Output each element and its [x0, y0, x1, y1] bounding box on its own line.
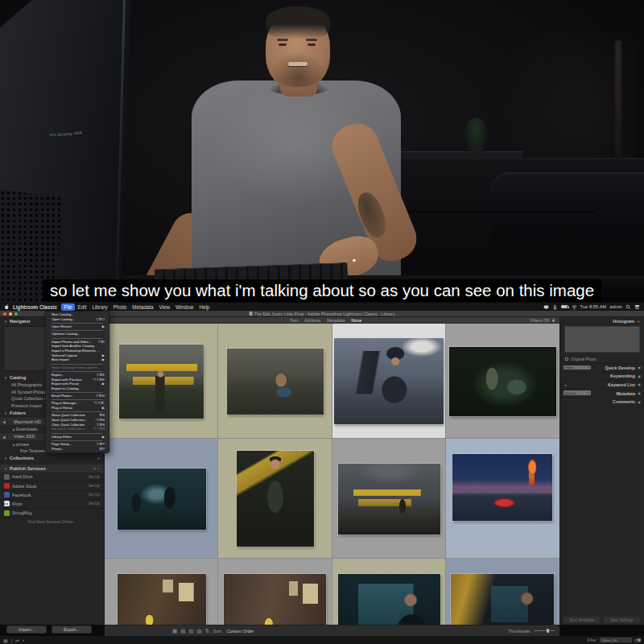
collections-header[interactable]: ▼ Collections +: [0, 454, 104, 462]
file-menu-item[interactable]: Plug-in Manager... ⌥⇧⌘,: [46, 402, 109, 407]
file-menu-item[interactable]: Open Catalog... ⇧⌘O: [46, 317, 109, 322]
loupe-view-icon[interactable]: ▤: [180, 628, 185, 634]
panel-preset-pill[interactable]: Default▾: [564, 390, 591, 395]
publish-services-header[interactable]: ▼ Publish Services + −: [0, 464, 104, 473]
menubar-menu[interactable]: View: [156, 303, 173, 311]
publish-service-setup[interactable]: Set Up: [89, 484, 100, 488]
photo-thumbnail[interactable]: [338, 574, 440, 625]
panel-section-header[interactable]: ▾ Comments ◀: [560, 397, 644, 406]
checkbox-icon[interactable]: [565, 357, 568, 361]
panel-section-header[interactable]: ▾ + Keyword List ◀: [560, 380, 644, 389]
app-name[interactable]: Lightroom Classic: [13, 304, 57, 310]
menubar-menu[interactable]: Edit: [75, 303, 89, 311]
export-button[interactable]: Export...: [52, 625, 92, 634]
grid-cell[interactable]: [332, 324, 446, 439]
painter-icon[interactable]: ⇅: [205, 628, 209, 634]
grid-cell[interactable]: [446, 439, 559, 559]
file-menu-item[interactable]: Tethered Capture ▶: [46, 353, 109, 358]
file-menu-item[interactable]: Import Develop Profiles and Presets...: [46, 365, 109, 370]
menubar-clock[interactable]: Tue 8:55 AM: [580, 304, 607, 309]
grid-cell[interactable]: [105, 559, 218, 625]
survey-view-icon[interactable]: ▧: [196, 628, 201, 634]
control-center-icon[interactable]: [634, 304, 640, 310]
filter-preset[interactable]: Filters Off: [530, 318, 555, 323]
photo-thumbnail[interactable]: [119, 345, 204, 419]
file-menu-item[interactable]: [52, 323, 103, 324]
filter-option[interactable]: None: [351, 318, 361, 323]
file-menu-item[interactable]: Import a Photoshop Elements Catalog...: [46, 349, 109, 353]
add-collection-icon[interactable]: +: [97, 456, 100, 460]
grid-cell[interactable]: [218, 439, 332, 559]
filter-toggle-switch[interactable]: [634, 638, 641, 642]
file-menu-item[interactable]: [52, 338, 103, 339]
close-window-button[interactable]: [3, 312, 6, 316]
main-window-icon[interactable]: ▦: [3, 638, 8, 643]
wifi-icon[interactable]: [572, 304, 577, 310]
file-menu-item[interactable]: [52, 440, 103, 441]
panel-section-header[interactable]: Default▾ Metadata ◀: [560, 389, 644, 398]
photo-thumbnail[interactable]: [224, 574, 326, 625]
photo-thumbnail[interactable]: [451, 574, 554, 625]
grid-cell[interactable]: [105, 324, 218, 439]
spotlight-search-icon[interactable]: [625, 304, 631, 310]
photo-thumbnail[interactable]: [338, 464, 440, 535]
panel-plus-icon[interactable]: +: [564, 382, 567, 387]
file-menu-item[interactable]: [52, 411, 103, 412]
file-menu-item[interactable]: Export as Catalog...: [46, 386, 109, 391]
file-menu-item[interactable]: Import Photos and Video... ⇧⌘I: [46, 340, 109, 345]
file-menu-item[interactable]: Auto Import ▶: [46, 358, 109, 363]
thumbnail-size-slider[interactable]: [534, 630, 555, 631]
photo-thumbnail[interactable]: [237, 451, 314, 547]
file-menu-item[interactable]: [52, 399, 103, 400]
menubar-menu[interactable]: Metadata: [130, 303, 156, 311]
sort-value[interactable]: Custom Order: [226, 629, 254, 634]
file-menu-item[interactable]: [52, 330, 103, 331]
publish-service-row[interactable]: Adobe Stock Set Up: [0, 481, 104, 490]
zoom-window-button[interactable]: [14, 312, 18, 316]
menubar-user[interactable]: admin: [609, 304, 622, 309]
filter-option[interactable]: Metadata: [327, 318, 345, 323]
panel-preset-pill[interactable]: Video▾: [564, 365, 591, 370]
photo-thumbnail[interactable]: [334, 338, 444, 424]
grid-cell[interactable]: [332, 439, 446, 559]
file-menu-item[interactable]: Export with Previous ⌥⇧⌘E: [46, 378, 109, 382]
add-publish-service-icon[interactable]: + −: [93, 466, 100, 471]
panel-section-header[interactable]: ▾ Keywording ◀: [560, 372, 644, 381]
grid-back-icon[interactable]: ⇄: [15, 638, 19, 643]
photo-thumbnail[interactable]: [227, 349, 324, 415]
file-menu-item[interactable]: [52, 392, 103, 393]
file-menu-item[interactable]: [52, 364, 103, 365]
menubar-menu[interactable]: Photo: [110, 303, 129, 311]
file-menu-item[interactable]: Open Recent ▶: [46, 324, 109, 329]
find-more-services-link[interactable]: Find More Services Online...: [0, 518, 104, 526]
sync-settings-button[interactable]: Sync Settings: [603, 616, 641, 624]
histogram-header[interactable]: Histogram ▼: [560, 317, 644, 325]
promote-icon[interactable]: +: [22, 638, 25, 643]
file-menu-item[interactable]: [52, 433, 103, 434]
display-icon[interactable]: [543, 304, 549, 310]
filmstrip-filter-preset[interactable]: Filters Off: [600, 638, 632, 642]
menubar-menu[interactable]: Library: [89, 303, 110, 311]
battery-icon[interactable]: [561, 305, 568, 309]
file-menu-item[interactable]: Set Quick Collection as Target ⌥⇧⌘B: [46, 427, 109, 432]
secondary-window-icon[interactable]: ▯: [10, 638, 13, 643]
menubar-menu[interactable]: Window: [172, 303, 196, 311]
panel-section-header[interactable]: Video▾ Quick Develop ◀: [560, 363, 644, 372]
import-button[interactable]: Import...: [6, 625, 47, 634]
file-menu-item[interactable]: Optimize Catalog...: [46, 332, 109, 337]
grid-cell[interactable]: [446, 324, 559, 439]
sync-metadata-button[interactable]: Sync Metadata: [563, 616, 601, 624]
file-menu-item[interactable]: Plug-in Extras ▶: [46, 406, 109, 411]
bluetooth-icon[interactable]: [552, 304, 558, 310]
publish-service-setup[interactable]: Set Up: [89, 493, 100, 497]
minimize-window-button[interactable]: [9, 312, 12, 316]
publish-service-setup[interactable]: Set Up: [89, 502, 100, 506]
grid-cell[interactable]: [332, 559, 446, 625]
grid-cell[interactable]: [218, 559, 332, 625]
publish-service-row[interactable]: Facebook Set Up: [0, 491, 104, 500]
file-menu-item[interactable]: Printer... ⌘P: [46, 447, 109, 452]
publish-service-row[interactable]: SmugMug: [0, 509, 104, 518]
compare-view-icon[interactable]: ▥: [188, 628, 193, 634]
grid-view-icon[interactable]: ▦: [172, 628, 177, 634]
filter-option[interactable]: Attribute: [304, 318, 320, 323]
